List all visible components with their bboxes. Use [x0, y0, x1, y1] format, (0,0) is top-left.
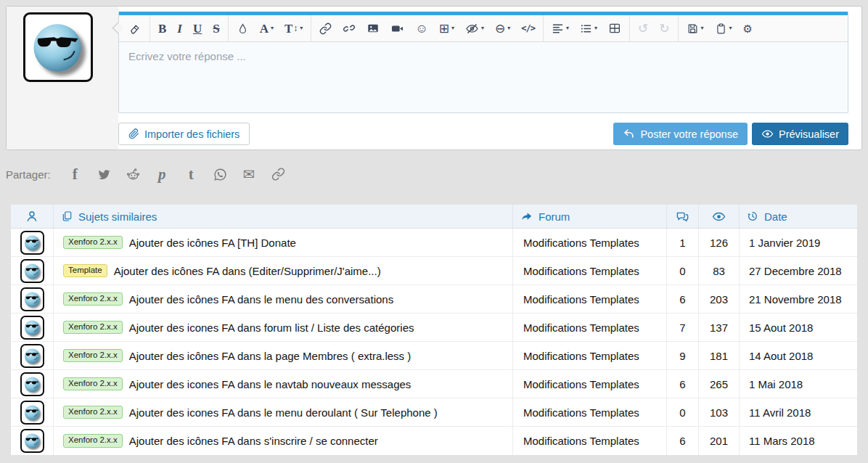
prefix-badge[interactable]: Xenforo 2.x.x [63, 292, 123, 306]
thread-date: 1 Janvier 2019 [740, 229, 857, 256]
insert-link-button[interactable] [319, 22, 332, 35]
text-color-button[interactable] [237, 22, 249, 35]
thread-title-link[interactable]: Ajouter des icônes FA dans s'inscrire / … [129, 435, 378, 447]
thread-date: 11 Mars 2018 [740, 427, 857, 455]
reddit-icon[interactable] [126, 166, 140, 182]
forum-link[interactable]: Modifications Templates [513, 427, 667, 455]
share-arrow-icon [520, 210, 533, 223]
insert-dropdown-button[interactable]: ⊞▾ [439, 22, 454, 35]
forum-link[interactable]: Modifications Templates [513, 314, 667, 341]
redo-button: ↻ [659, 22, 669, 35]
person-icon [25, 210, 38, 223]
avatar[interactable] [20, 231, 44, 255]
share-bar: Partager: f p t ✉ [6, 166, 285, 182]
email-icon[interactable]: ✉ [242, 166, 256, 182]
avatar[interactable] [20, 287, 44, 311]
avatar[interactable] [20, 429, 44, 453]
insert-media-button[interactable] [390, 22, 404, 36]
forum-link[interactable]: Modifications Templates [513, 285, 667, 313]
undo-button: ↺ [638, 22, 648, 35]
up-down-arrow-icon: ↕ [293, 24, 298, 33]
twitter-icon[interactable] [97, 166, 111, 182]
avatar[interactable] [20, 401, 44, 425]
current-user-avatar[interactable] [23, 12, 93, 82]
date-header-label: Date [764, 210, 787, 223]
emoji-button[interactable]: ☺ [415, 22, 427, 35]
eye-slash-icon [465, 22, 479, 36]
replies-count: 0 [667, 257, 699, 284]
insert-image-button[interactable] [367, 22, 380, 35]
thread-title-link[interactable]: Ajouter des icônes FA dans la page Membr… [129, 350, 412, 362]
font-family-button[interactable]: A▾ [260, 22, 274, 35]
views-count: 265 [699, 370, 740, 398]
header-forum-column: Forum [513, 205, 667, 228]
avatar[interactable] [20, 344, 44, 368]
italic-button[interactable]: I [177, 22, 182, 35]
forum-link[interactable]: Modifications Templates [513, 370, 667, 398]
whatsapp-icon[interactable] [213, 166, 227, 182]
upload-files-button[interactable]: Importer des fichiers [118, 123, 250, 145]
editor-area: B I U S A▾ T↕▾ ☺ ⊞▾ ▾ [118, 7, 861, 149]
prefix-badge[interactable]: Xenforo 2.x.x [63, 377, 123, 391]
editor-settings-button[interactable]: ⚙ [743, 23, 753, 34]
prefix-badge[interactable]: Xenforo 2.x.x [63, 406, 123, 419]
preview-button[interactable]: Prévisualiser [752, 123, 848, 145]
prefix-badge[interactable]: Xenforo 2.x.x [63, 236, 123, 250]
table-row: Xenforo 2.x.xAjouter des icônes FA dans … [11, 427, 857, 455]
chevron-down-icon: ▾ [594, 25, 597, 31]
table-row: Xenforo 2.x.xAjouter des icones FA dans … [11, 370, 857, 398]
table-row: Xenforo 2.x.xAjouter des icônes FA dans … [11, 285, 857, 314]
insert-table-button[interactable] [608, 22, 621, 35]
share-link-icon[interactable] [271, 166, 285, 182]
unlink-button[interactable] [343, 22, 356, 35]
font-size-button[interactable]: T↕▾ [284, 22, 303, 35]
bold-button[interactable]: B [158, 22, 166, 35]
forum-link[interactable]: Modifications Templates [513, 229, 667, 256]
thread-date: 1 Mai 2018 [740, 370, 857, 398]
smiley-sunglasses-avatar-icon [22, 403, 42, 422]
thread-title-link[interactable]: Ajouter des icones FA dans le navtab nou… [129, 378, 412, 390]
history-icon [747, 210, 758, 222]
reply-textarea[interactable]: Ecrivez votre réponse ... [119, 42, 848, 112]
pinterest-icon[interactable]: p [155, 166, 169, 182]
drafts-dropdown-button[interactable]: ▾ [687, 22, 704, 35]
eye-icon [761, 128, 774, 140]
code-button[interactable]: </> [521, 24, 535, 33]
header-title-column: Sujets similaires [54, 205, 513, 228]
alignment-dropdown-button[interactable]: ▾ [552, 22, 569, 35]
thread-date: 14 Aout 2018 [740, 342, 857, 369]
prefix-badge[interactable]: Xenforo 2.x.x [63, 349, 123, 363]
strikethrough-button[interactable]: S [213, 22, 219, 35]
avatar[interactable] [20, 259, 44, 283]
spoiler-dropdown-button[interactable]: ▾ [465, 22, 484, 36]
forum-link[interactable]: Modifications Templates [513, 257, 667, 284]
tumblr-icon[interactable]: t [184, 166, 198, 182]
avatar[interactable] [20, 372, 44, 396]
prefix-badge[interactable]: Xenforo 2.x.x [63, 321, 123, 335]
underline-button[interactable]: U [193, 22, 202, 35]
paperclip-icon [128, 128, 139, 139]
chevron-down-icon: ▾ [271, 25, 274, 31]
post-reply-button[interactable]: Poster votre réponse [613, 123, 748, 145]
thread-title-link[interactable]: Ajouter des icones FA dans forum list / … [129, 321, 414, 334]
thread-title-link[interactable]: Ajouter des icônes FA dans (Editer/Suppr… [114, 265, 381, 277]
thread-title-link[interactable]: Ajouter des icônes FA dans le menu des c… [129, 293, 393, 306]
paste-dropdown-button[interactable]: ▾ [715, 22, 732, 35]
thread-title-link[interactable]: Ajouter des icônes FA [TH] Donate [129, 237, 296, 249]
reply-placeholder: Ecrivez votre réponse ... [128, 50, 246, 62]
undo-icon: ↺ [638, 22, 648, 35]
prefix-badge[interactable]: Template [63, 264, 107, 278]
smiley-sunglasses-avatar-icon [22, 233, 42, 253]
editor-toolbar: B I U S A▾ T↕▾ ☺ ⊞▾ ▾ [119, 15, 848, 42]
forum-link[interactable]: Modifications Templates [513, 342, 667, 369]
facebook-icon[interactable]: f [68, 166, 82, 182]
prefix-badge[interactable]: Xenforo 2.x.x [63, 434, 123, 448]
list-dropdown-button[interactable]: ▾ [580, 22, 597, 35]
thread-title-link[interactable]: Ajouter des icones FA dans le menu derou… [129, 406, 438, 419]
ignore-dropdown-button[interactable]: ⊖▾ [495, 22, 510, 35]
forum-link[interactable]: Modifications Templates [513, 398, 667, 426]
avatar[interactable] [20, 316, 44, 340]
reply-arrow-icon [623, 128, 635, 140]
pages-icon [61, 210, 73, 222]
remove-format-button[interactable] [128, 22, 142, 35]
